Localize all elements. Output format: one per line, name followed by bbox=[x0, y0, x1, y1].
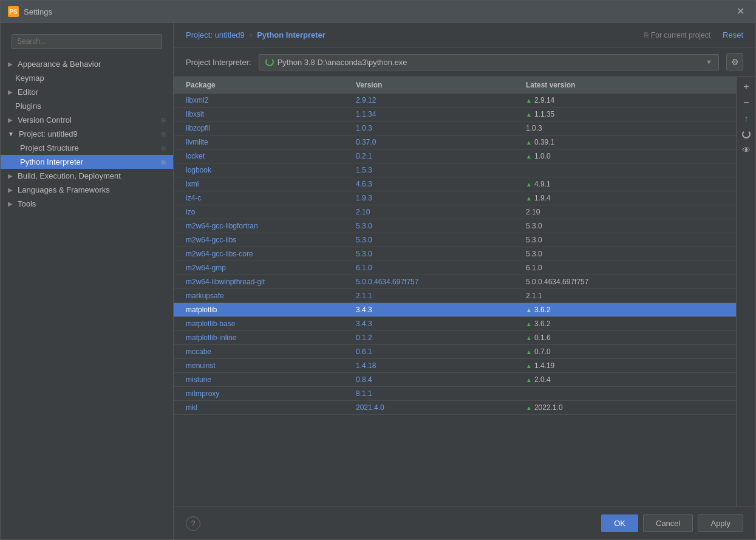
version-cell: 0.37.0 bbox=[356, 138, 526, 146]
add-package-button[interactable]: + bbox=[739, 80, 754, 94]
dialog-title: Settings bbox=[24, 7, 52, 16]
version-cell: 1.5.3 bbox=[356, 166, 526, 174]
package-name-cell: matplotlib bbox=[186, 306, 356, 314]
eye-icon: 👁 bbox=[742, 145, 751, 155]
table-row[interactable]: logbook1.5.3 bbox=[174, 163, 736, 177]
search-input[interactable] bbox=[12, 34, 162, 49]
package-name-cell: libxslt bbox=[186, 110, 356, 118]
latest-version-cell: 5.3.0 bbox=[526, 222, 724, 230]
version-cell: 5.3.0 bbox=[356, 222, 526, 230]
table-row[interactable]: mistune0.8.4▲ 2.0.4 bbox=[174, 373, 736, 387]
refresh-button[interactable] bbox=[739, 127, 754, 142]
sidebar-item-languages[interactable]: ▶ Languages & Frameworks bbox=[1, 183, 173, 197]
table-row[interactable]: mkl2021.4.0▲ 2022.1.0 bbox=[174, 401, 736, 415]
table-row[interactable]: libxml22.9.12▲ 2.9.14 bbox=[174, 94, 736, 108]
table-row[interactable]: libzopfli1.0.31.0.3 bbox=[174, 121, 736, 135]
version-cell: 2.10 bbox=[356, 208, 526, 216]
table-row[interactable]: libxslt1.1.34▲ 1.1.35 bbox=[174, 108, 736, 121]
ok-button[interactable]: OK bbox=[601, 514, 638, 532]
copy-icon: ⎘ bbox=[644, 31, 649, 39]
close-button[interactable]: ✕ bbox=[733, 5, 748, 18]
version-cell: 1.4.18 bbox=[356, 361, 526, 370]
upgrade-arrow-icon: ▲ bbox=[526, 363, 532, 369]
latest-version-cell: 6.1.0 bbox=[526, 264, 724, 272]
gear-button[interactable]: ⚙ bbox=[726, 53, 743, 70]
version-cell: 6.1.0 bbox=[356, 264, 526, 272]
table-row[interactable]: m2w64-gcc-libs5.3.05.3.0 bbox=[174, 233, 736, 247]
version-cell: 5.0.0.4634.697f757 bbox=[356, 278, 526, 286]
sidebar-item-project-structure[interactable]: Project Structure ⎘ bbox=[1, 141, 173, 155]
table-row[interactable]: m2w64-gcc-libgfortran5.3.05.3.0 bbox=[174, 219, 736, 233]
table-row[interactable]: lzo2.102.10 bbox=[174, 205, 736, 219]
sidebar-item-editor[interactable]: ▶ Editor bbox=[1, 85, 173, 99]
version-cell: 1.0.3 bbox=[356, 124, 526, 132]
reset-button[interactable]: Reset bbox=[723, 30, 743, 39]
sidebar-item-label: Version Control bbox=[18, 115, 72, 125]
table-row[interactable]: markupsafe2.1.12.1.1 bbox=[174, 289, 736, 303]
help-button[interactable]: ? bbox=[186, 516, 200, 531]
main-content: ▶ Appearance & Behavior Keymap ▶ Editor … bbox=[1, 23, 755, 539]
upgrade-arrow-icon: ▲ bbox=[526, 335, 532, 341]
upgrade-arrow-icon: ▲ bbox=[526, 111, 532, 118]
side-actions: + − ↑ 👁 bbox=[736, 77, 755, 507]
sidebar-item-plugins[interactable]: Plugins bbox=[1, 99, 173, 113]
sidebar-item-python-interpreter[interactable]: Python Interpreter ⎘ bbox=[1, 155, 173, 169]
latest-version-cell: ▲ 3.6.2 bbox=[526, 306, 724, 314]
latest-version-cell: ▲ 2.0.4 bbox=[526, 375, 724, 384]
table-row[interactable]: m2w64-gmp6.1.06.1.0 bbox=[174, 261, 736, 275]
sidebar-item-label: Tools bbox=[18, 199, 36, 208]
table-row[interactable]: locket0.2.1▲ 1.0.0 bbox=[174, 149, 736, 163]
remove-package-button[interactable]: − bbox=[739, 95, 754, 110]
version-cell: 5.3.0 bbox=[356, 236, 526, 244]
arrow-icon: ▶ bbox=[8, 186, 13, 193]
breadcrumb-project[interactable]: Project: untitled9 bbox=[186, 30, 245, 39]
table-row[interactable]: llvmlite0.37.0▲ 0.39.1 bbox=[174, 135, 736, 149]
arrow-icon: ▶ bbox=[8, 89, 13, 95]
package-name-cell: m2w64-gmp bbox=[186, 264, 356, 272]
table-row[interactable]: m2w64-gcc-libs-core5.3.05.3.0 bbox=[174, 247, 736, 261]
apply-button[interactable]: Apply bbox=[698, 514, 743, 532]
title-bar-left: PS Settings bbox=[8, 6, 52, 17]
upgrade-package-button[interactable]: ↑ bbox=[739, 111, 754, 126]
upgrade-arrow-icon: ▲ bbox=[526, 349, 532, 355]
table-row[interactable]: m2w64-libwinpthread-git5.0.0.4634.697f75… bbox=[174, 275, 736, 289]
right-panel: Project: untitled9 › Python Interpreter … bbox=[174, 23, 755, 539]
header-version: Version bbox=[356, 81, 526, 89]
table-row[interactable]: matplotlib3.4.3▲ 3.6.2 bbox=[174, 303, 736, 317]
table-row[interactable]: lxml4.6.3▲ 4.9.1 bbox=[174, 177, 736, 191]
upgrade-arrow-icon: ▲ bbox=[526, 405, 532, 411]
version-cell: 5.3.0 bbox=[356, 250, 526, 258]
breadcrumb-separator: › bbox=[250, 30, 252, 39]
version-cell: 2.1.1 bbox=[356, 292, 526, 300]
arrow-icon: ▶ bbox=[8, 61, 13, 67]
interpreter-value: Python 3.8 D:\anaconda3\python.exe bbox=[278, 58, 702, 67]
sidebar-item-label: Keymap bbox=[15, 73, 44, 83]
latest-version-cell: ▲ 0.7.0 bbox=[526, 347, 724, 356]
show-prerelease-button[interactable]: 👁 bbox=[739, 143, 754, 157]
table-row[interactable]: mccabe0.6.1▲ 0.7.0 bbox=[174, 345, 736, 359]
package-name-cell: mistune bbox=[186, 375, 356, 384]
version-cell: 0.6.1 bbox=[356, 347, 526, 356]
sidebar-item-label: Build, Execution, Deployment bbox=[18, 171, 121, 180]
sidebar-item-label: Plugins bbox=[15, 101, 41, 111]
sidebar-item-build-execution[interactable]: ▶ Build, Execution, Deployment bbox=[1, 169, 173, 183]
packages-table: Package Version Latest version libxml22.… bbox=[174, 77, 736, 507]
table-row[interactable]: matplotlib-inline0.1.2▲ 0.1.6 bbox=[174, 331, 736, 345]
table-row[interactable]: matplotlib-base3.4.3▲ 3.6.2 bbox=[174, 317, 736, 331]
package-name-cell: mitmproxy bbox=[186, 389, 356, 398]
sidebar-item-version-control[interactable]: ▶ Version Control ⎘ bbox=[1, 113, 173, 127]
sidebar-item-tools[interactable]: ▶ Tools bbox=[1, 197, 173, 211]
package-name-cell: markupsafe bbox=[186, 292, 356, 300]
table-row[interactable]: mitmproxy8.1.1 bbox=[174, 387, 736, 401]
table-row[interactable]: lz4-c1.9.3▲ 1.9.4 bbox=[174, 191, 736, 205]
sidebar-item-project[interactable]: ▼ Project: untitled9 ⎘ bbox=[1, 127, 173, 141]
copy-icon: ⎘ bbox=[162, 145, 166, 152]
interpreter-select[interactable]: Python 3.8 D:\anaconda3\python.exe ▼ bbox=[259, 54, 719, 70]
table-body: libxml22.9.12▲ 2.9.14libxslt1.1.34▲ 1.1.… bbox=[174, 94, 736, 415]
sidebar-item-appearance[interactable]: ▶ Appearance & Behavior bbox=[1, 57, 173, 71]
table-row[interactable]: menuinst1.4.18▲ 1.4.19 bbox=[174, 359, 736, 373]
cancel-button[interactable]: Cancel bbox=[643, 514, 693, 532]
sidebar-item-keymap[interactable]: Keymap bbox=[1, 71, 173, 85]
latest-version-cell: ▲ 1.1.35 bbox=[526, 110, 724, 118]
refresh-icon bbox=[742, 130, 751, 138]
